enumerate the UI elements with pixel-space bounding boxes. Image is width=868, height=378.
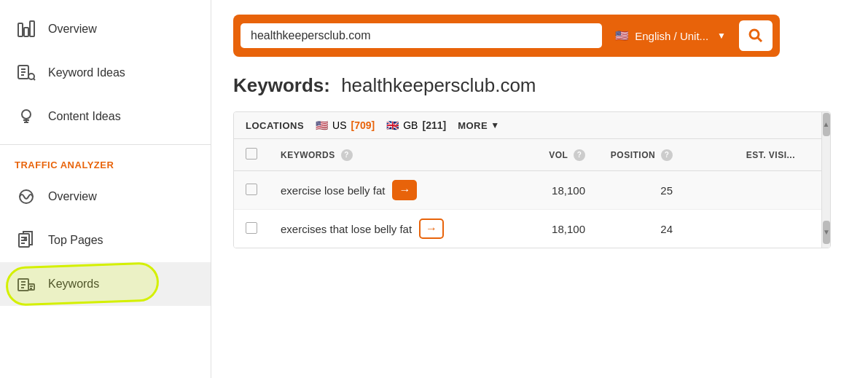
scrollbar-thumb-down[interactable]: ▼ [823, 221, 830, 244]
traffic-analyzer-title: TRAFFIC ANALYZER [0, 151, 211, 175]
svg-point-9 [22, 110, 31, 119]
select-all-checkbox[interactable] [246, 148, 257, 160]
svg-line-8 [34, 79, 35, 80]
sidebar-item-top-pages-label: Top Pages [48, 234, 103, 247]
location-gb[interactable]: 🇬🇧 GB [211] [386, 119, 446, 131]
row2-keyword-text: exercises that lose belly fat [281, 223, 412, 235]
language-label: English / Unit... [635, 30, 708, 42]
page-title: Keywords: healthkeepersclub.com [233, 74, 846, 97]
sidebar-item-keyword-ideas[interactable]: Keyword Ideas [0, 51, 211, 95]
search-bar: 🇺🇸 English / Unit... ▼ [233, 15, 780, 57]
row2-checkbox[interactable] [246, 222, 257, 234]
col-position: POSITION ? [597, 139, 684, 171]
sidebar-item-ta-overview-label: Overview [48, 190, 97, 203]
row1-keyword-cell: exercise lose belly fat → [269, 171, 517, 210]
col-vol-label: VOL [549, 149, 568, 160]
sidebar-item-top-pages[interactable]: Top Pages [0, 218, 211, 262]
row1-checkbox[interactable] [246, 184, 257, 195]
top-pages-icon [15, 229, 38, 252]
keywords-table: KEYWORDS ? VOL ? POSITION ? EST. VISI... [234, 139, 830, 248]
search-button[interactable] [739, 20, 773, 51]
sidebar-item-keywords-label: Keywords [48, 277, 99, 291]
row1-keyword-text: exercise lose belly fat [281, 184, 385, 197]
sidebar-seo-section: Overview Keyword Ideas [0, 7, 211, 138]
scrollbar-thumb-up[interactable]: ▲ [823, 113, 830, 136]
us-flag-icon: 🇺🇸 [615, 29, 629, 42]
row2-est-visits [684, 210, 807, 248]
sidebar: Overview Keyword Ideas [0, 0, 211, 378]
locations-bar: LOCATIONS 🇺🇸 US [709] 🇬🇧 GB [211] MORE ▼ [234, 112, 830, 139]
us-flag: 🇺🇸 [316, 119, 328, 131]
sidebar-item-keyword-ideas-label: Keyword Ideas [48, 66, 125, 79]
col-est-visits-label: EST. VISI... [746, 150, 795, 160]
chevron-down-icon: ▼ [490, 120, 499, 130]
scrollbar-track: ▲ ▼ [821, 112, 830, 248]
gb-count: [211] [422, 119, 446, 131]
keywords-icon [15, 272, 38, 296]
svg-point-13 [20, 190, 33, 203]
row2-vol: 18,100 [517, 210, 597, 248]
location-us[interactable]: 🇺🇸 US [709] [316, 119, 375, 131]
page-title-domain: healthkeepersclub.com [341, 74, 536, 96]
us-count: [709] [351, 119, 375, 131]
row1-vol: 18,100 [517, 171, 597, 210]
language-selector[interactable]: 🇺🇸 English / Unit... ▼ [608, 23, 733, 48]
table-row: exercises that lose belly fat → 18,100 2… [234, 210, 830, 248]
row2-arrow-button[interactable]: → [419, 218, 444, 239]
svg-point-7 [28, 74, 34, 79]
svg-rect-2 [30, 21, 34, 36]
sidebar-item-keywords[interactable]: Keywords [0, 262, 211, 306]
chart-icon [15, 17, 38, 41]
sidebar-divider [0, 144, 211, 145]
page-title-prefix: Keywords: [233, 74, 330, 96]
more-label: MORE [458, 120, 488, 131]
col-keywords: KEYWORDS ? [269, 139, 517, 171]
chevron-down-icon: ▼ [717, 31, 726, 41]
position-help-icon[interactable]: ? [661, 149, 673, 161]
keywords-help-icon[interactable]: ? [341, 149, 353, 161]
keywords-table-container: LOCATIONS 🇺🇸 US [709] 🇬🇧 GB [211] MORE ▼ [233, 111, 831, 248]
row1-position: 25 [597, 171, 684, 210]
content-ideas-icon [15, 105, 38, 128]
domain-input[interactable] [241, 23, 602, 48]
svg-line-26 [758, 38, 762, 42]
main-content: 🇺🇸 English / Unit... ▼ Keywords: healthk… [211, 0, 868, 378]
row1-est-visits [684, 171, 807, 210]
col-position-label: POSITION [611, 149, 655, 160]
col-vol: VOL ? [517, 139, 597, 171]
svg-rect-1 [24, 28, 28, 36]
sidebar-item-content-ideas[interactable]: Content Ideas [0, 95, 211, 138]
row2-checkbox-cell [234, 210, 269, 248]
sidebar-item-overview[interactable]: Overview [0, 7, 211, 51]
col-checkbox [234, 139, 269, 171]
sidebar-traffic-section: TRAFFIC ANALYZER Overview [0, 151, 211, 306]
keyword-ideas-icon [15, 61, 38, 84]
svg-point-25 [750, 30, 759, 39]
svg-rect-0 [18, 23, 23, 36]
table-row: exercise lose belly fat → 18,100 25 [234, 171, 830, 210]
wave-icon [15, 185, 38, 208]
col-keywords-label: KEYWORDS [281, 149, 335, 160]
locations-label: LOCATIONS [246, 120, 304, 131]
row1-checkbox-cell [234, 171, 269, 210]
gb-flag: 🇬🇧 [386, 119, 399, 131]
col-est-visits: EST. VISI... [684, 139, 807, 171]
row1-arrow-button[interactable]: → [392, 180, 417, 200]
sidebar-item-content-ideas-label: Content Ideas [48, 110, 121, 123]
sidebar-item-ta-overview[interactable]: Overview [0, 175, 211, 218]
row2-position: 24 [597, 210, 684, 248]
row2-keyword-cell: exercises that lose belly fat → [269, 210, 517, 248]
us-code: US [332, 119, 346, 131]
sidebar-item-overview-label: Overview [48, 23, 97, 36]
more-locations-button[interactable]: MORE ▼ [458, 120, 499, 131]
vol-help-icon[interactable]: ? [574, 149, 585, 161]
gb-code: GB [403, 119, 418, 131]
